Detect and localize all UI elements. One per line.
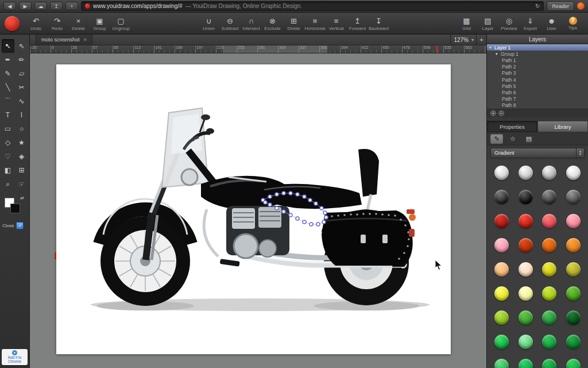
gradient-swatch[interactable]	[519, 190, 533, 204]
gradient-swatch[interactable]	[519, 214, 533, 228]
gradient-swatch[interactable]	[566, 359, 581, 368]
zoom-tool[interactable]: ⌕	[2, 177, 14, 191]
toolbar-button-grid[interactable]: ▦Grid	[456, 16, 477, 31]
pencil-tool[interactable]: ✏	[16, 53, 28, 67]
toolbar-button-exclude[interactable]: ⊗Exclude	[262, 16, 283, 31]
text-cursor-tool[interactable]: I	[16, 108, 28, 122]
swatchbook-icon[interactable]: ▤	[523, 134, 535, 144]
gradient-swatch[interactable]	[494, 359, 509, 368]
arc-tool[interactable]: ⌒	[2, 94, 14, 108]
toolbar-button-user[interactable]: ☻User	[541, 16, 562, 31]
browser-extension-icon[interactable]	[577, 2, 585, 10]
refresh-icon[interactable]: ↻	[535, 3, 540, 9]
toolbar-button-export[interactable]: ⇓Export	[520, 16, 541, 31]
gradient-swatch[interactable]	[542, 190, 556, 204]
star-tool[interactable]: ★	[16, 136, 28, 150]
layer-item-path-3[interactable]: Path 3	[487, 70, 588, 76]
gradient-swatch[interactable]	[494, 190, 509, 204]
direct-select-tool[interactable]: ⇖	[16, 39, 28, 53]
saddlebag-path[interactable]	[322, 209, 413, 267]
toolbar-button-tips[interactable]: ?Tips	[562, 16, 583, 30]
gradient-swatch[interactable]	[494, 166, 509, 180]
layer-item-path-6[interactable]: Path 6	[487, 89, 588, 95]
gradient-swatch[interactable]	[542, 335, 556, 349]
disclosure-triangle[interactable]: ▾	[489, 45, 494, 50]
layer-item-path-8[interactable]: Path 8	[487, 102, 588, 109]
gradient-swatch[interactable]	[494, 310, 509, 325]
layer-item-group-1[interactable]: ▾Group 1	[487, 51, 588, 57]
gradient-swatch[interactable]	[542, 286, 556, 301]
gradient-swatch[interactable]	[542, 214, 556, 228]
toolbar-button-union[interactable]: ∪Union	[198, 16, 219, 31]
toolbar-button-intersect[interactable]: ∩Intersect	[241, 16, 262, 31]
toolbar-button-ungroup[interactable]: ▢Ungroup	[110, 16, 131, 31]
heart-tool[interactable]: ♡	[2, 150, 14, 163]
grid-tool[interactable]: ⊞	[16, 163, 28, 177]
gradient-swatch[interactable]	[494, 335, 509, 349]
gradient-swatch[interactable]	[566, 310, 581, 325]
gradient-swatch[interactable]	[519, 262, 533, 277]
gradient-swatch[interactable]	[494, 262, 509, 277]
seat-path[interactable]	[261, 184, 362, 209]
youidraw-logo[interactable]	[5, 16, 20, 31]
polygon-tool[interactable]: ◇	[2, 136, 14, 150]
gradient-tool[interactable]: ◧	[2, 163, 14, 177]
gradient-swatch[interactable]	[519, 166, 533, 180]
browser-newtab-button[interactable]: +	[65, 2, 78, 10]
scissors-tool[interactable]: ✂	[16, 80, 28, 94]
stroke-color-well[interactable]	[10, 204, 20, 213]
gradient-dropdown[interactable]: Gradient ▲▼	[490, 148, 585, 158]
add-to-chrome-badge[interactable]: Add it to Chrome	[2, 349, 28, 365]
toolbar-button-delete[interactable]: ×Delete	[68, 16, 89, 31]
layer-item-layer-1[interactable]: ▾Layer 1	[487, 44, 588, 51]
tab-library[interactable]: Library	[537, 121, 588, 132]
layer-item-path-7[interactable]: Path 7	[487, 96, 588, 102]
gradient-swatch[interactable]	[494, 286, 509, 301]
gradient-swatch[interactable]	[542, 166, 556, 180]
toolbar-button-layer[interactable]: ▤Layer	[477, 16, 498, 31]
hand-tool[interactable]: ☞	[16, 177, 28, 191]
toolbar-button-horizontal[interactable]: ≡Horizontal	[304, 16, 326, 31]
gradient-swatch[interactable]	[542, 238, 556, 252]
gradient-swatch[interactable]	[494, 214, 509, 228]
rectangle-tool[interactable]: ▭	[2, 122, 14, 136]
gradient-swatch[interactable]	[542, 262, 556, 277]
reader-button[interactable]: Reader	[547, 1, 574, 11]
star-icon[interactable]: ☆	[506, 134, 519, 144]
engine-path[interactable]	[226, 206, 289, 258]
tab-properties[interactable]: Properties	[487, 121, 537, 132]
brush-tool[interactable]: ✎	[2, 67, 14, 80]
text-tool[interactable]: T	[2, 108, 14, 122]
motorcycle-artwork[interactable]	[56, 64, 451, 355]
gradient-swatch[interactable]	[566, 335, 581, 349]
toolbar-button-group[interactable]: ▣Group	[89, 16, 110, 31]
line-tool[interactable]: ╲	[2, 80, 14, 94]
swap-colors-icon[interactable]: ⇄	[20, 195, 24, 201]
toolbar-button-subtract[interactable]: ⊖Subtract	[219, 16, 241, 31]
zoom-in-button[interactable]: +	[477, 36, 486, 43]
gradient-swatch[interactable]	[519, 359, 533, 368]
toolbar-button-backward[interactable]: ↧Backward	[368, 16, 389, 31]
toolbar-button-divide[interactable]: ⊞Divide	[283, 16, 304, 31]
backrest-path[interactable]	[358, 149, 379, 209]
gradient-swatch[interactable]	[519, 238, 533, 252]
gradient-swatch[interactable]	[542, 359, 556, 368]
pen-tool[interactable]: ✒	[2, 53, 14, 67]
layer-item-path-4[interactable]: Path 4	[487, 76, 588, 83]
close-checkbox[interactable]: ✓	[16, 222, 24, 229]
toolbar-button-preview[interactable]: ◎Preview	[498, 16, 520, 31]
toolbar-button-vertical[interactable]: ≡Vertical	[326, 16, 347, 31]
browser-share-button[interactable]: ↥	[50, 2, 63, 10]
browser-back-button[interactable]: ◀	[3, 2, 16, 10]
remove-layer-button[interactable]: −	[498, 110, 504, 116]
select-tool[interactable]: ↖	[2, 39, 14, 53]
ellipse-tool[interactable]: ○	[16, 122, 28, 136]
toolbar-button-undo[interactable]: ↶Undo	[25, 16, 47, 31]
gradient-swatch[interactable]	[566, 214, 581, 228]
browser-forward-button[interactable]: ▶	[19, 2, 32, 10]
gradient-swatch[interactable]	[494, 238, 509, 252]
gradient-swatch[interactable]	[519, 335, 533, 349]
layer-item-path-1[interactable]: Path 1	[487, 57, 588, 63]
gradient-swatch[interactable]	[519, 286, 533, 301]
drawing-canvas[interactable]	[56, 64, 451, 354]
